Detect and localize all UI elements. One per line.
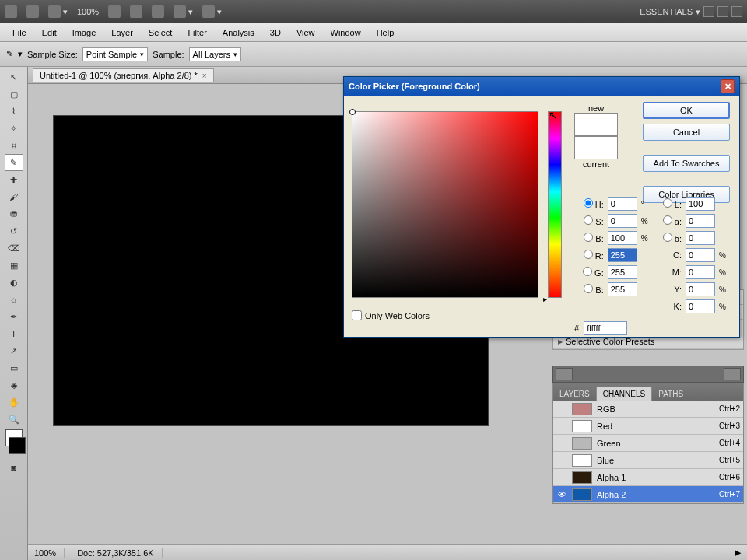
current-color-swatch[interactable] <box>574 136 618 159</box>
field-hex[interactable] <box>584 321 627 335</box>
radio-s[interactable] <box>584 215 593 225</box>
radio-h[interactable] <box>584 198 593 208</box>
new-color-swatch <box>574 113 618 136</box>
tab-channels[interactable]: CHANNELS <box>596 387 652 401</box>
workspace-switcher[interactable]: ESSENTIALS <box>640 7 693 16</box>
quickmask-toggle[interactable]: ◙ <box>5 459 23 476</box>
zoom-icon[interactable] <box>130 5 142 18</box>
type-tool[interactable]: T <box>5 325 23 342</box>
channel-row[interactable]: Green Ctrl+4 <box>553 435 743 452</box>
channel-row[interactable]: RGB Ctrl+2 <box>553 401 743 418</box>
ok-button[interactable]: OK <box>643 102 730 119</box>
tab-close-icon[interactable]: × <box>202 72 207 80</box>
tab-paths[interactable]: PATHS <box>652 387 689 401</box>
move-tool[interactable]: ↖ <box>5 68 23 86</box>
close-button[interactable] <box>731 6 742 17</box>
channel-row[interactable]: Blue Ctrl+5 <box>553 452 743 469</box>
field-a[interactable] <box>686 214 715 228</box>
hand-icon[interactable] <box>108 5 121 18</box>
menu-edit[interactable]: Edit <box>34 26 65 40</box>
bridge-icon[interactable] <box>26 5 39 18</box>
color-picker-dialog: Color Picker (Foreground Color) ✕ ▸ new … <box>343 76 740 338</box>
field-r[interactable] <box>608 248 637 262</box>
menu-select[interactable]: Select <box>141 26 181 40</box>
field-bv[interactable] <box>608 231 637 245</box>
field-y[interactable] <box>686 282 715 296</box>
brush-tool[interactable]: 🖌 <box>5 188 23 205</box>
field-h[interactable] <box>608 197 637 211</box>
channel-row[interactable]: 👁 Alpha 2 Ctrl+7 <box>553 486 743 503</box>
menu-filter[interactable]: Filter <box>180 26 214 40</box>
zoom-tool[interactable]: 🔍 <box>5 411 23 428</box>
wand-tool[interactable]: ✧ <box>5 120 23 137</box>
field-m[interactable] <box>686 265 715 279</box>
saturation-value-field[interactable] <box>352 111 538 298</box>
mask-icon[interactable] <box>556 368 573 380</box>
eyedropper-tool[interactable]: ✎ <box>5 154 23 171</box>
document-tab[interactable]: Untitled-1 @ 100% (энергия, Alpha 2/8) *… <box>33 68 214 82</box>
history-brush-tool[interactable]: ↺ <box>5 222 23 240</box>
mask-view-icon[interactable] <box>724 368 741 380</box>
marquee-tool[interactable]: ▢ <box>5 86 23 103</box>
screen-mode-icon[interactable] <box>48 5 61 18</box>
pen-tool[interactable]: ✒ <box>5 308 23 325</box>
sample-select[interactable]: All Layers <box>189 47 241 61</box>
menu-help[interactable]: Help <box>369 26 402 40</box>
menu-file[interactable]: File <box>5 26 34 40</box>
menu-image[interactable]: Image <box>65 26 104 40</box>
menu-analysis[interactable]: Analysis <box>215 26 262 40</box>
radio-a[interactable] <box>663 215 672 225</box>
radio-r[interactable] <box>584 250 593 259</box>
document-tab-label: Untitled-1 @ 100% (энергия, Alpha 2/8) * <box>40 71 198 80</box>
cancel-button[interactable]: Cancel <box>643 124 730 141</box>
channel-shortcut: Ctrl+4 <box>719 439 740 447</box>
shape-tool[interactable]: ▭ <box>5 359 23 376</box>
field-c[interactable] <box>686 248 715 262</box>
sample-size-select[interactable]: Point Sample <box>82 47 148 61</box>
menu-view[interactable]: View <box>289 26 323 40</box>
hue-slider[interactable] <box>548 111 562 298</box>
background-swatch[interactable] <box>9 437 26 454</box>
field-bb[interactable] <box>608 282 637 296</box>
eraser-tool[interactable]: ⌫ <box>5 240 23 257</box>
web-colors-checkbox[interactable]: Only Web Colors <box>352 310 430 320</box>
heal-tool[interactable]: ✚ <box>5 171 23 188</box>
status-zoom[interactable]: 100% <box>34 548 65 558</box>
radio-b[interactable] <box>663 233 672 242</box>
tab-layers[interactable]: LAYERS <box>553 387 596 401</box>
gradient-tool[interactable]: ▦ <box>5 257 23 274</box>
arrange-icon[interactable] <box>174 5 186 18</box>
status-arrow-icon[interactable]: ▶ <box>735 548 741 558</box>
lasso-tool[interactable]: ⌇ <box>5 103 23 120</box>
hand-tool[interactable]: ✋ <box>5 394 23 411</box>
path-tool[interactable]: ↗ <box>5 342 23 359</box>
stamp-tool[interactable]: ⛃ <box>5 205 23 222</box>
field-g[interactable] <box>608 265 637 279</box>
dialog-close-button[interactable]: ✕ <box>721 79 735 93</box>
field-b[interactable] <box>686 231 715 245</box>
screen-icon[interactable] <box>202 5 215 18</box>
blur-tool[interactable]: ◐ <box>5 274 23 291</box>
minimize-button[interactable] <box>703 6 714 17</box>
visibility-icon[interactable]: 👁 <box>556 490 567 499</box>
field-k[interactable] <box>686 299 715 313</box>
sv-picker-icon[interactable] <box>349 109 356 115</box>
radio-g[interactable] <box>583 267 592 276</box>
menu-window[interactable]: Window <box>323 26 369 40</box>
zoom-level[interactable]: 100% <box>77 7 99 16</box>
add-swatches-button[interactable]: Add To Swatches <box>643 155 730 172</box>
menu-layer[interactable]: Layer <box>103 26 141 40</box>
field-l[interactable] <box>686 197 715 211</box>
maximize-button[interactable] <box>717 6 728 17</box>
rotate-icon[interactable] <box>152 5 164 18</box>
3d-tool[interactable]: ◈ <box>5 376 23 394</box>
field-s[interactable] <box>608 214 637 228</box>
channel-row[interactable]: Alpha 1 Ctrl+6 <box>553 469 743 486</box>
channel-row[interactable]: Red Ctrl+3 <box>553 418 743 435</box>
radio-l[interactable] <box>663 198 672 208</box>
dodge-tool[interactable]: ☼ <box>5 291 23 308</box>
menu-3d[interactable]: 3D <box>262 26 289 40</box>
radio-bv[interactable] <box>584 233 593 242</box>
crop-tool[interactable]: ⌗ <box>5 137 23 154</box>
radio-bb[interactable] <box>584 284 593 293</box>
